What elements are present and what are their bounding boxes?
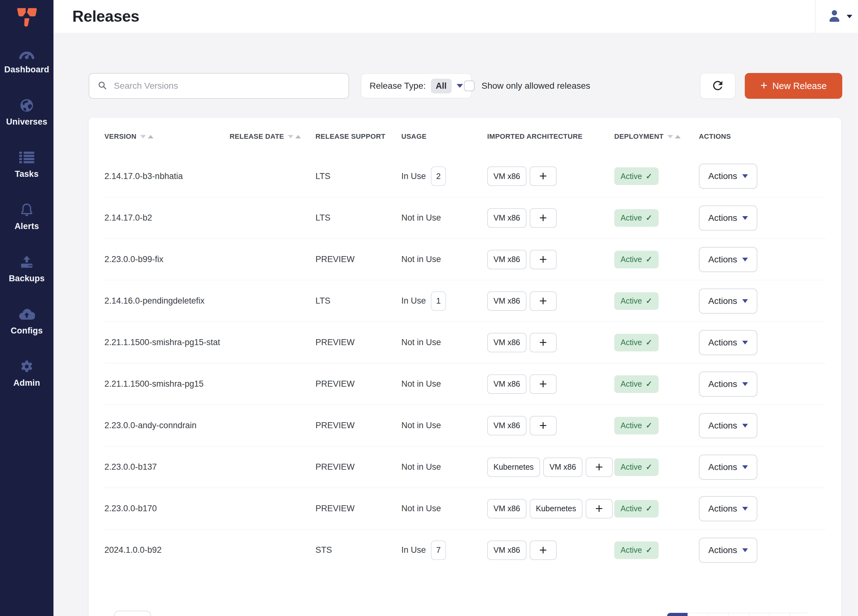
column-header-version: VERSION [104, 132, 230, 141]
imported-architecture-cell: VM x86+ [487, 416, 614, 436]
chevron-down-icon [742, 424, 748, 428]
actions-dropdown-button[interactable]: Actions [699, 205, 757, 230]
deployment-status-badge: Active✓ [614, 251, 659, 268]
add-architecture-button[interactable]: + [530, 333, 557, 352]
deployment-cell: Active✓ [614, 458, 699, 476]
add-architecture-button[interactable]: + [530, 250, 557, 269]
search-box [89, 73, 349, 99]
chevron-down-icon [742, 341, 748, 344]
actions-label: Actions [708, 338, 737, 348]
search-input[interactable] [113, 81, 340, 91]
architecture-chip: VM x86 [487, 540, 527, 560]
version-cell: 2.23.0.0-andy-conndrain [104, 421, 230, 430]
show-only-allowed-checkbox[interactable] [464, 81, 475, 91]
pagination-page-3[interactable]: 3 [708, 613, 729, 616]
sort-icons[interactable] [140, 135, 154, 138]
actions-dropdown-button[interactable]: Actions [699, 288, 757, 314]
architecture-chip: VM x86 [487, 416, 527, 436]
check-icon: ✓ [646, 380, 652, 389]
deployment-status-badge: Active✓ [614, 209, 659, 227]
column-header-release-support: RELEASE SUPPORT [316, 132, 401, 141]
actions-label: Actions [708, 504, 737, 514]
sort-icons[interactable] [288, 135, 301, 138]
actions-label: Actions [708, 255, 737, 264]
column-header-imported-architecture: IMPORTED ARCHITECTURE [487, 132, 614, 141]
check-icon: ✓ [646, 546, 652, 555]
check-icon: ✓ [646, 504, 652, 513]
pagination-page-1[interactable]: 1 [667, 613, 688, 616]
pagination-page-4[interactable]: 4 [728, 613, 749, 616]
gear-icon [20, 358, 34, 375]
sidebar-item-admin[interactable]: Admin [0, 354, 53, 388]
usage-cell: In Use1 [401, 291, 487, 311]
yugabyte-logo[interactable] [14, 5, 39, 30]
deployment-cell: Active✓ [614, 334, 699, 352]
usage-count-badge: 2 [431, 166, 446, 186]
usage-text: Not in Use [401, 504, 441, 513]
add-architecture-button[interactable]: + [530, 540, 557, 560]
actions-cell: Actions [699, 454, 825, 480]
add-architecture-button[interactable]: + [530, 416, 557, 436]
chevron-down-icon [742, 548, 748, 552]
check-icon: ✓ [646, 213, 652, 222]
usage-cell: In Use2 [401, 166, 487, 186]
imported-architecture-cell: VM x86+ [487, 250, 614, 269]
user-menu[interactable] [827, 0, 852, 33]
pagination: 12345>>> [667, 613, 810, 616]
usage-cell: Not in Use [401, 421, 487, 430]
architecture-chip: VM x86 [487, 208, 527, 228]
sidebar-item-configs[interactable]: Configs [0, 302, 53, 336]
deployment-status-text: Active [620, 172, 642, 181]
usage-text: In Use [401, 171, 426, 181]
release-support-cell: LTS [316, 171, 401, 181]
release-support-text: PREVIEW [316, 338, 355, 347]
check-icon: ✓ [646, 421, 652, 430]
actions-dropdown-button[interactable]: Actions [699, 247, 757, 272]
sort-icons[interactable] [667, 135, 681, 138]
actions-dropdown-button[interactable]: Actions [699, 372, 757, 397]
refresh-button[interactable] [700, 73, 735, 99]
sidebar-item-dashboard[interactable]: Dashboard [0, 40, 53, 75]
chevron-down-icon [742, 216, 748, 220]
version-text: 2.14.17.0-b2 [104, 213, 152, 223]
pagination-page-2[interactable]: 2 [687, 613, 708, 616]
deployment-cell: Active✓ [614, 500, 699, 518]
deployment-status-badge: Active✓ [614, 292, 659, 310]
table-footer: 10 12345>>> [104, 611, 825, 616]
sidebar-item-backups[interactable]: Backups [0, 249, 53, 283]
usage-text: In Use [401, 296, 426, 306]
deployment-cell: Active✓ [614, 292, 699, 310]
version-cell: 2.14.17.0-b2 [104, 213, 230, 223]
pagination-page->[interactable]: > [769, 613, 790, 616]
deployment-status-text: Active [620, 255, 642, 264]
add-architecture-button[interactable]: + [586, 499, 613, 518]
actions-dropdown-button[interactable]: Actions [699, 538, 757, 563]
pagination-page-5[interactable]: 5 [749, 613, 769, 616]
usage-count-badge: 1 [431, 291, 446, 311]
actions-dropdown-button[interactable]: Actions [699, 413, 757, 438]
check-icon: ✓ [646, 296, 652, 305]
actions-dropdown-button[interactable]: Actions [699, 454, 757, 480]
version-cell: 2.23.0.0-b137 [104, 462, 230, 472]
add-architecture-button[interactable]: + [530, 374, 557, 394]
actions-dropdown-button[interactable]: Actions [699, 330, 757, 355]
chevron-down-icon [457, 84, 463, 88]
pagination-page->>[interactable]: >> [790, 613, 810, 616]
actions-dropdown-button[interactable]: Actions [699, 496, 757, 521]
add-architecture-button[interactable]: + [586, 457, 613, 477]
page-size-select[interactable]: 10 [114, 611, 151, 616]
sidebar-item-alerts[interactable]: Alerts [0, 197, 53, 231]
add-architecture-button[interactable]: + [530, 166, 557, 186]
topbar: Releases [53, 0, 858, 33]
imported-architecture-cell: VM x86+ [487, 540, 614, 560]
new-release-button[interactable]: + New Release [745, 73, 842, 99]
actions-dropdown-button[interactable]: Actions [699, 163, 757, 189]
release-type-select[interactable]: Release Type: All [361, 74, 471, 98]
sidebar-item-tasks[interactable]: Tasks [0, 145, 53, 179]
sidebar-item-universes[interactable]: Universes [0, 92, 53, 127]
deployment-status-badge: Active✓ [614, 334, 659, 352]
backup-upload-icon [19, 254, 34, 271]
add-architecture-button[interactable]: + [530, 208, 557, 228]
release-support-text: PREVIEW [316, 504, 355, 513]
add-architecture-button[interactable]: + [530, 291, 557, 311]
